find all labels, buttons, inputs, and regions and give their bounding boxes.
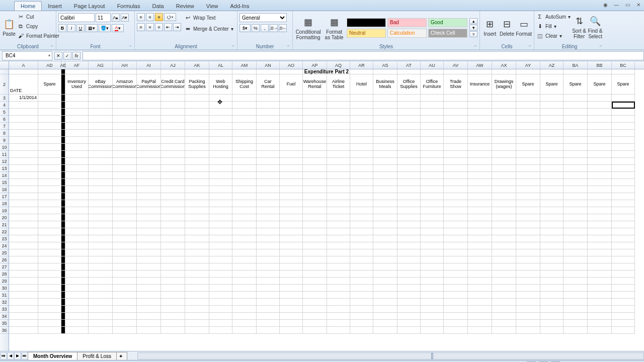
- cell[interactable]: [137, 179, 161, 186]
- cell[interactable]: [113, 228, 137, 235]
- cell[interactable]: [444, 165, 468, 172]
- cell[interactable]: [373, 270, 397, 278]
- cell[interactable]: [350, 263, 373, 270]
- cell[interactable]: [161, 235, 185, 242]
- cell[interactable]: [350, 299, 373, 306]
- cell[interactable]: [327, 69, 350, 74]
- cell[interactable]: [280, 327, 303, 334]
- cut-button[interactable]: ✂Cut: [17, 12, 59, 21]
- cell[interactable]: [612, 207, 635, 214]
- cell[interactable]: [468, 144, 492, 151]
- cell[interactable]: [185, 179, 209, 186]
- cell[interactable]: [468, 130, 492, 137]
- cell[interactable]: [137, 278, 161, 285]
- cell[interactable]: [209, 235, 232, 242]
- cell[interactable]: [9, 207, 38, 214]
- cell[interactable]: [257, 102, 280, 109]
- header-cell[interactable]: Credit Card Commission: [161, 74, 185, 95]
- cell[interactable]: [161, 249, 185, 256]
- cell[interactable]: [185, 172, 209, 179]
- cell[interactable]: [421, 306, 444, 313]
- cell[interactable]: [444, 242, 468, 249]
- cell[interactable]: [257, 200, 280, 207]
- cell[interactable]: [65, 214, 89, 221]
- cell[interactable]: [492, 116, 516, 123]
- cell[interactable]: [468, 186, 492, 193]
- cell[interactable]: [89, 109, 113, 116]
- cell[interactable]: [9, 186, 38, 193]
- cell[interactable]: [564, 109, 588, 116]
- cell[interactable]: [161, 123, 185, 130]
- format-as-table-button[interactable]: ▦Formatas Table: [323, 13, 346, 42]
- cell[interactable]: [516, 278, 540, 285]
- cell[interactable]: [185, 263, 209, 270]
- cell[interactable]: [185, 242, 209, 249]
- cell[interactable]: [137, 228, 161, 235]
- cell[interactable]: [232, 256, 257, 263]
- cell[interactable]: [612, 165, 635, 172]
- help-icon[interactable]: ◉: [602, 1, 609, 8]
- cell[interactable]: [421, 327, 444, 334]
- cell[interactable]: [38, 179, 61, 186]
- cell[interactable]: [280, 235, 303, 242]
- cell[interactable]: [421, 270, 444, 278]
- cell[interactable]: [303, 320, 327, 327]
- tab-data[interactable]: Data: [146, 2, 170, 11]
- column-header[interactable]: AT: [397, 61, 421, 69]
- row-header[interactable]: 20: [0, 214, 9, 221]
- cell[interactable]: [161, 320, 185, 327]
- cell[interactable]: [209, 249, 232, 256]
- cell[interactable]: [257, 270, 280, 278]
- formula-input[interactable]: [83, 51, 644, 60]
- cell[interactable]: [327, 186, 350, 193]
- cell[interactable]: [540, 69, 564, 74]
- cell[interactable]: [257, 249, 280, 256]
- row-header[interactable]: 32: [0, 299, 9, 306]
- cell[interactable]: [516, 313, 540, 320]
- row-header[interactable]: 6: [0, 116, 9, 123]
- cell[interactable]: [516, 235, 540, 242]
- cell[interactable]: [564, 102, 588, 109]
- cell[interactable]: [468, 207, 492, 214]
- cell[interactable]: [137, 299, 161, 306]
- decrease-decimal-button[interactable]: .0←: [279, 24, 287, 32]
- header-cell[interactable]: Drawings (wages): [492, 74, 516, 95]
- cell[interactable]: [444, 200, 468, 207]
- cell[interactable]: [588, 313, 612, 320]
- cell[interactable]: [540, 320, 564, 327]
- cell[interactable]: [373, 263, 397, 270]
- cell[interactable]: [421, 242, 444, 249]
- cell[interactable]: [492, 193, 516, 200]
- cell[interactable]: [161, 172, 185, 179]
- cell[interactable]: [373, 165, 397, 172]
- cell[interactable]: [61, 242, 65, 249]
- row-header[interactable]: 16: [0, 186, 9, 193]
- cell[interactable]: [588, 137, 612, 144]
- sheet-nav-prev[interactable]: ◀: [7, 352, 14, 359]
- row-header[interactable]: 31: [0, 292, 9, 299]
- column-header[interactable]: AW: [468, 61, 492, 69]
- cell[interactable]: [161, 242, 185, 249]
- cell[interactable]: [161, 228, 185, 235]
- cell[interactable]: [280, 278, 303, 285]
- cell[interactable]: [397, 179, 421, 186]
- cell[interactable]: [540, 137, 564, 144]
- cell[interactable]: [373, 235, 397, 242]
- cell[interactable]: [588, 214, 612, 221]
- cell[interactable]: [540, 193, 564, 200]
- cell[interactable]: [161, 116, 185, 123]
- cell[interactable]: [540, 165, 564, 172]
- format-painter-button[interactable]: 🖌Format Painter: [17, 31, 59, 40]
- cell[interactable]: [9, 123, 38, 130]
- cell[interactable]: [564, 207, 588, 214]
- cell[interactable]: [38, 200, 61, 207]
- cell[interactable]: [113, 116, 137, 123]
- cell[interactable]: [468, 165, 492, 172]
- cell[interactable]: [612, 327, 635, 334]
- cell[interactable]: [209, 137, 232, 144]
- cell[interactable]: [373, 207, 397, 214]
- cell[interactable]: [257, 263, 280, 270]
- cell[interactable]: [303, 228, 327, 235]
- cell[interactable]: [232, 292, 257, 299]
- restore-icon[interactable]: ▭: [624, 1, 631, 8]
